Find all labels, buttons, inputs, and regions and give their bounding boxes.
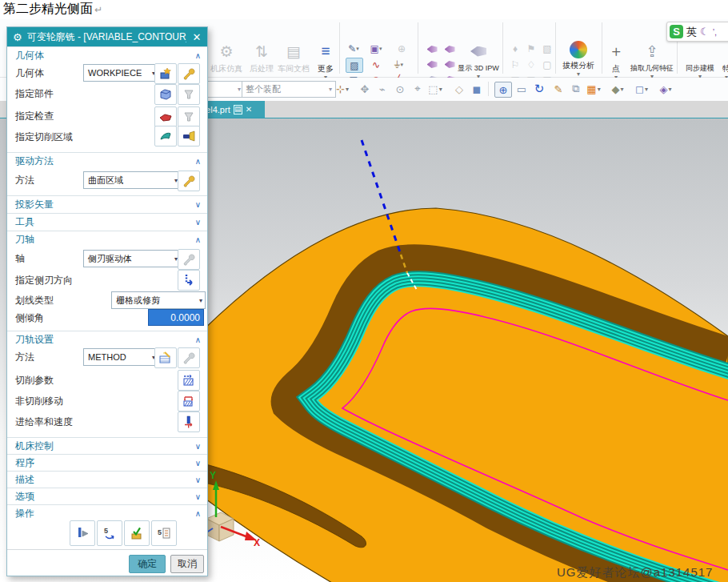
sogou-logo-icon[interactable]: S — [670, 25, 683, 38]
shaded-wireframe-icon[interactable]: ◇ — [451, 82, 467, 96]
machine-sim-button[interactable]: ⚙ 机床仿真 — [208, 41, 245, 74]
section-program[interactable]: 程序∨ — [7, 454, 207, 471]
part-icon — [158, 87, 173, 102]
mtool-icon[interactable]: ▢ — [539, 58, 555, 71]
part-display-button[interactable] — [178, 84, 200, 105]
geometry-edit-button[interactable] — [178, 63, 200, 84]
input-method-bar[interactable]: S 英 ☾ ’, — [666, 22, 728, 42]
extract-geometry-button[interactable]: ⇪ 抽取几何特征 ▾ — [629, 41, 675, 79]
mtool-icon[interactable]: ▧ — [539, 42, 555, 55]
drive-method-edit-button[interactable] — [178, 171, 200, 191]
edit-method-icon — [158, 351, 173, 365]
shaded-solid-icon[interactable]: ◼ — [469, 82, 485, 96]
rotate-view-icon[interactable]: ↻ — [531, 82, 547, 96]
rectangle-select-icon[interactable]: ⬚▾ — [427, 82, 443, 96]
gear-icon: ⚙ — [13, 31, 22, 43]
geometry-combo[interactable]: WORKPIECE▾ — [83, 64, 158, 82]
check-display-button[interactable] — [178, 106, 200, 127]
moon-icon[interactable]: ☾ — [700, 26, 710, 38]
tilt-angle-value: 0.0000 — [170, 312, 200, 323]
point-button[interactable]: ＋ 点 ▾ — [605, 41, 627, 80]
tool-1-icon[interactable] — [424, 42, 440, 56]
spline-display-icon[interactable]: ∿ — [368, 58, 384, 71]
clipboard-icon[interactable]: ⧉ — [568, 82, 584, 96]
perspective-icon[interactable]: ◈▾ — [658, 82, 674, 96]
render-style-icon[interactable]: ◆▾ — [610, 82, 626, 96]
scribe-type-value: 栅格或修剪 — [116, 295, 160, 307]
scribe-type-combo[interactable]: 栅格或修剪▾ — [111, 291, 206, 309]
edit-display-icon[interactable]: ✎▾ — [346, 42, 362, 55]
ime-mode-indicator[interactable]: 英 — [686, 25, 697, 39]
path-method-combo[interactable]: METHOD▾ — [83, 348, 158, 366]
snap-point-icon[interactable]: ⌖ — [410, 82, 426, 96]
section-description[interactable]: 描述∨ — [7, 471, 207, 488]
list-toolpath-button[interactable]: 5 — [151, 520, 177, 546]
selection-filter-icon[interactable]: ⊹▾ — [334, 82, 350, 96]
section-projection-vector[interactable]: 投影矢量∨ — [7, 195, 207, 212]
section-tool-axis[interactable]: 刀轴∧ — [7, 231, 207, 247]
axis-combo[interactable]: 侧刃驱动体▾ — [83, 250, 181, 267]
show-3d-ipw-button[interactable]: 显示 3D IPW ▾ — [458, 41, 499, 79]
axis-edit-button[interactable] — [178, 249, 200, 270]
section-drive-method[interactable]: 驱动方法∧ — [7, 152, 207, 169]
object-display-icon[interactable]: ▣▾ — [368, 42, 384, 55]
section-geometry[interactable]: 几何体∧ — [7, 46, 207, 63]
section-tool[interactable]: 工具∨ — [7, 213, 207, 230]
ribbon-separator — [555, 22, 556, 74]
draft-analysis-button[interactable]: 拔模分析 ▾ — [560, 41, 597, 77]
section-machine-control[interactable]: 机床控制∨ — [7, 437, 207, 454]
specify-check-button[interactable] — [154, 106, 177, 127]
tool-3-icon[interactable] — [424, 58, 440, 71]
tab-close-icon[interactable]: ✕ — [246, 105, 252, 114]
snap-center-icon[interactable]: ⊙ — [392, 82, 408, 96]
new-geometry-button[interactable] — [154, 63, 177, 84]
feeds-speeds-button[interactable] — [178, 411, 200, 432]
generate-toolpath-button[interactable] — [70, 520, 95, 546]
cut-area-display-button[interactable] — [178, 126, 200, 147]
section-options[interactable]: 选项∨ — [7, 488, 207, 504]
tool-display-icon[interactable]: ⏚▾ — [390, 58, 406, 71]
tool-4-icon[interactable] — [442, 58, 458, 71]
more-label: 更多 — [318, 63, 334, 74]
cancel-button[interactable]: 取消 — [170, 555, 204, 573]
section-path-settings[interactable]: 刀轨设置∧ — [7, 331, 207, 347]
feature-button[interactable]: 特 ▾ — [718, 41, 728, 80]
edit-method-button[interactable] — [154, 347, 177, 368]
verify-toolpath-button[interactable] — [124, 520, 150, 546]
replay-toolpath-button[interactable]: 5 — [97, 520, 122, 546]
ok-button[interactable]: 确定 — [129, 555, 166, 573]
show-path-icon[interactable]: ⊕ — [394, 42, 410, 55]
cut-region-display-icon[interactable]: ▨ — [346, 58, 363, 73]
specify-cut-area-button[interactable] — [154, 126, 177, 147]
mtool-icon[interactable]: ♢ — [523, 58, 539, 71]
snap-angle-icon[interactable]: ⌁ — [374, 82, 390, 96]
mtool-icon[interactable]: ♦ — [507, 42, 523, 55]
display-grayed-icon — [182, 87, 196, 102]
ribbon-separator — [418, 22, 418, 74]
drive-method-combo[interactable]: 曲面区域▾ — [83, 171, 181, 189]
show-3d-ipw-icon — [468, 41, 489, 62]
cutting-params-button[interactable] — [178, 370, 200, 391]
specify-part-button[interactable] — [154, 84, 177, 105]
method-edit-button[interactable] — [178, 347, 200, 368]
tilt-angle-input[interactable]: 0.0000 — [148, 309, 204, 326]
brush-icon[interactable]: ✎ — [550, 82, 566, 96]
synchronous-modeling-button[interactable]: 同步建模 ▾ — [680, 41, 720, 79]
mtool-icon[interactable]: ⚐ — [507, 58, 523, 71]
dialog-close-icon[interactable]: ✕ — [186, 31, 207, 43]
tool-2-icon[interactable] — [442, 42, 458, 56]
non-cutting-moves-button[interactable] — [178, 391, 200, 411]
move-object-icon[interactable]: ✥ — [357, 82, 373, 96]
ime-punct-icon[interactable]: ’, — [713, 27, 718, 37]
view-cube-icon[interactable]: ◻▾ — [634, 82, 650, 96]
fit-window-icon[interactable]: ▭ — [514, 82, 530, 96]
dialog-titlebar[interactable]: ⚙ 可变轮廓铣 - [VARIABLE_CONTOUR_1] ✕ — [7, 27, 207, 46]
zoom-icon[interactable]: ⊕ — [494, 82, 512, 98]
side-edge-direction-button[interactable] — [178, 270, 200, 291]
mtool-icon[interactable]: ⚑ — [523, 42, 539, 55]
section-actions[interactable]: 操作∧ — [7, 504, 207, 521]
verify-icon — [129, 525, 145, 541]
assembly-scope-combo[interactable]: 整个装配▾ — [242, 81, 336, 98]
expand-icon: ∨ — [195, 442, 201, 451]
grid-window-icon[interactable]: ▦▾ — [586, 82, 602, 96]
